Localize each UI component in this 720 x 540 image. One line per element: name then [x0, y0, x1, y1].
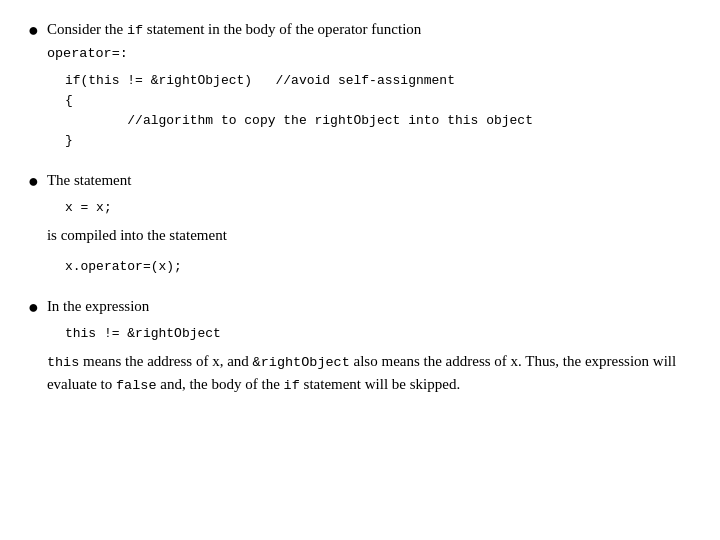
bullet-3-content: In the expression this != &rightObject t… — [47, 295, 692, 396]
code-line-2-1: x = x; — [65, 198, 227, 218]
bullet-1-content: Consider the if statement in the body of… — [47, 18, 533, 157]
bullet-2-intro: The statement — [47, 172, 132, 188]
bullet-1-intro: Consider the — [47, 21, 127, 37]
code-line-1-2: { — [65, 91, 533, 111]
bullet-3: ● In the expression this != &rightObject… — [28, 295, 692, 396]
rightobject-keyword: &rightObject — [253, 355, 350, 370]
code-block-3: this != &rightObject — [65, 324, 692, 344]
this-keyword-inline: this — [47, 355, 79, 370]
bullet-2: ● The statement x = x; is compiled into … — [28, 169, 692, 283]
para-part2: means the address of x, and — [79, 353, 252, 369]
code-line-1-3: //algorithm to copy the rightObject into… — [65, 111, 533, 131]
code-block-2b: x.operator=(x); — [65, 257, 227, 277]
bullet-3-intro: In the expression — [47, 298, 149, 314]
if-keyword-2: if — [284, 378, 300, 393]
bullet-3-paragraph: this means the address of x, and &rightO… — [47, 350, 692, 397]
bullet-dot-2: ● — [28, 169, 39, 194]
operator-code: operator=: — [47, 46, 128, 61]
bullet-dot-3: ● — [28, 295, 39, 320]
code-block-1: if(this != &rightObject) //avoid self-as… — [65, 71, 533, 152]
code-block-2a: x = x; — [65, 198, 227, 218]
bullet-1-intro2: statement in the body of the operator fu… — [143, 21, 421, 37]
bullet-2-middle: is compiled into the statement — [47, 224, 227, 247]
code-line-2-2: x.operator=(x); — [65, 257, 227, 277]
code-line-1-1: if(this != &rightObject) //avoid self-as… — [65, 71, 533, 91]
bullet-1: ● Consider the if statement in the body … — [28, 18, 692, 157]
false-keyword: false — [116, 378, 157, 393]
para-part8: statement will be skipped. — [300, 376, 460, 392]
bullet-2-content: The statement x = x; is compiled into th… — [47, 169, 227, 283]
code-line-1-4: } — [65, 131, 533, 151]
para-part6: and, the body of the — [157, 376, 284, 392]
if-keyword: if — [127, 23, 143, 38]
bullet-dot-1: ● — [28, 18, 39, 43]
code-line-3-1: this != &rightObject — [65, 324, 692, 344]
